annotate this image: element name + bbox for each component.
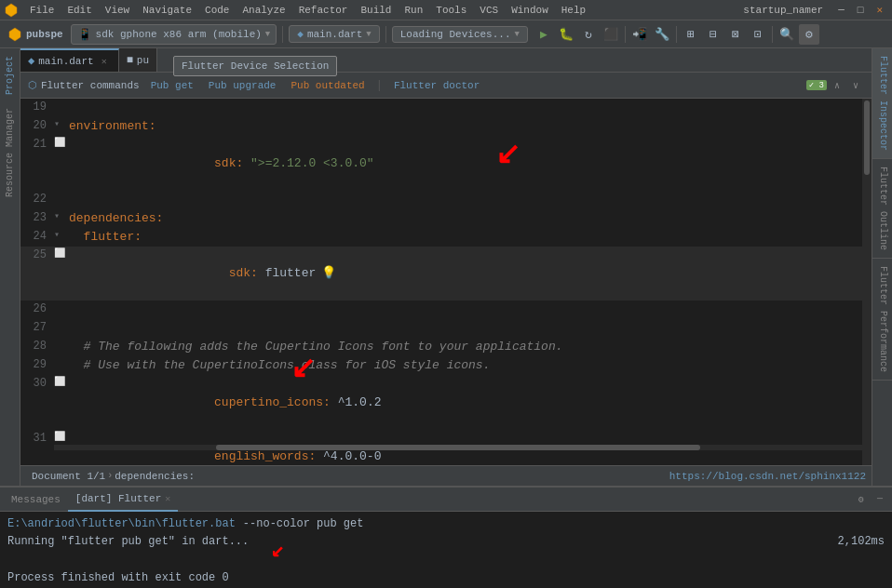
menu-build[interactable]: Build — [355, 0, 397, 20]
search-everywhere-button[interactable]: 🔍 — [777, 24, 797, 45]
flutter-attach-button[interactable]: 🔧 — [652, 24, 672, 45]
menu-file[interactable]: File — [24, 0, 60, 20]
tab-dart-flutter[interactable]: [dart] Flutter ✕ — [68, 488, 178, 512]
editor-tabs-row: ◆ main.dart ✕ ■ pu — [20, 48, 872, 73]
layout-button-4[interactable]: ⊡ — [748, 24, 768, 45]
maximize-button[interactable]: □ — [852, 0, 870, 20]
file-tab[interactable]: ◆ main.dart ▼ — [289, 25, 379, 43]
flutter-doctor-button[interactable]: Flutter doctor — [390, 78, 483, 93]
collapse-button[interactable]: ∨ — [847, 77, 864, 94]
device-icon: 📱 — [77, 27, 92, 42]
project-sidebar: Project Resource Manager — [0, 48, 20, 486]
fold-23[interactable]: ▾ — [54, 209, 65, 223]
svg-marker-0 — [6, 4, 17, 17]
menu-help[interactable]: Help — [556, 0, 591, 20]
fold-24[interactable]: ▾ — [54, 228, 65, 242]
device-selector[interactable]: 📱 sdk gphone x86 arm (mobile) ▼ — [71, 24, 277, 45]
status-document-text: Document 1/1 — [32, 471, 105, 482]
menu-window[interactable]: Window — [506, 0, 554, 20]
code-text-25: sdk: flutter💡 — [65, 247, 862, 301]
fold-20[interactable]: ▾ — [54, 117, 65, 131]
tab-main-dart-close[interactable]: ✕ — [98, 55, 111, 68]
device-tooltip-text: Flutter Device Selection — [182, 60, 329, 72]
pubspec-icon: ■ — [127, 54, 133, 67]
menu-run[interactable]: Run — [399, 0, 428, 20]
device-mirror-button[interactable]: 📲 — [629, 24, 650, 45]
line-num-21: 21 — [20, 136, 54, 153]
layout-button-1[interactable]: ⊞ — [681, 24, 701, 45]
layout-button-3[interactable]: ⊠ — [725, 24, 746, 45]
editor-scrollbar[interactable] — [862, 99, 872, 465]
status-bar: Document 1/1 › dependencies: https://blo… — [20, 465, 872, 486]
file-tab-icon: ◆ — [297, 28, 304, 40]
toolbar-logo: pubspe — [4, 27, 67, 42]
check-badge: ✓ 3 — [806, 80, 827, 90]
menu-analyze[interactable]: Analyze — [237, 0, 291, 20]
flutter-commands-title: ⬡ Flutter commands — [28, 79, 140, 91]
code-text-21: sdk: ">=2.12.0 <3.0.0" — [65, 136, 862, 191]
editor-tab-main-dart[interactable]: ◆ main.dart ✕ — [20, 48, 119, 72]
menu-refactor[interactable]: Refactor — [293, 0, 354, 20]
right-sidebars: Flutter Inspector Flutter Outline Flutte… — [872, 48, 892, 486]
bottom-line-3: Process finished with exit code 0 — [7, 569, 885, 587]
close-button[interactable]: ✕ — [871, 0, 888, 20]
layout-button-2[interactable]: ⊟ — [703, 24, 723, 45]
menu-navigate[interactable]: Navigate — [137, 0, 197, 20]
menu-edit[interactable]: Edit — [61, 0, 97, 20]
menu-view[interactable]: View — [100, 0, 135, 20]
debug-button[interactable]: 🐛 — [556, 24, 576, 45]
pub-outdated-button[interactable]: Pub outdated — [287, 78, 368, 93]
status-arrow-1: › — [107, 471, 113, 481]
loading-arrow: ▼ — [515, 30, 520, 39]
editor-tab-pubspec[interactable]: ■ pu — [119, 48, 157, 72]
toolbar-sep-4 — [676, 26, 677, 43]
bottom-line-2: Running "flutter pub get" in dart... ↙ 2… — [7, 533, 885, 568]
tab-dart-flutter-close[interactable]: ✕ — [165, 493, 170, 504]
toolbar-sep-2 — [385, 26, 386, 43]
reload-button[interactable]: ↻ — [578, 24, 599, 45]
flutter-commands-label: Flutter commands — [41, 80, 140, 91]
loading-devices-selector[interactable]: Loading Devices... ▼ — [392, 26, 528, 43]
toolbar: pubspe 📱 sdk gphone x86 arm (mobile) ▼ ◆… — [0, 20, 892, 48]
minimize-button[interactable]: ─ — [832, 0, 850, 20]
sidebar-project-label[interactable]: Project — [3, 52, 17, 99]
menu-vcs[interactable]: VCS — [474, 0, 504, 20]
code-line-26: 26 — [20, 301, 862, 319]
expand-button[interactable]: ∧ — [829, 77, 845, 94]
sidebar-flutter-outline[interactable]: Flutter Outline — [872, 159, 892, 259]
flutter-icon: ⬡ — [28, 79, 37, 91]
sidebar-flutter-inspector[interactable]: Flutter Inspector — [872, 48, 892, 159]
sidebar-resource-manager-label[interactable]: Resource Manager — [3, 104, 17, 201]
code-text-30: cupertino_icons: ^1.0.2 — [65, 375, 862, 430]
line-num-23: 23 — [20, 209, 54, 226]
code-line-30: 30 ⬜ cupertino_icons: ^1.0.2 — [20, 375, 862, 430]
settings-gear-button[interactable]: ⚙ — [853, 491, 870, 508]
pub-get-button[interactable]: Pub get — [147, 78, 197, 93]
settings-button[interactable]: ⚙ — [799, 24, 819, 45]
code-line-25: 25 ⬜ sdk: flutter💡 — [20, 247, 862, 301]
bottom-panel: Messages [dart] Flutter ✕ ⚙ ─ E:\andriod… — [0, 486, 892, 588]
status-document[interactable]: Document 1/1 › dependencies: — [26, 471, 200, 482]
pub-upgrade-button[interactable]: Pub upgrade — [205, 78, 280, 93]
device-label: sdk gphone x86 arm (mobile) — [96, 29, 262, 40]
tab-pubspec-label: pu — [137, 55, 149, 66]
running-text: Running "flutter pub get" in dart... — [7, 533, 249, 568]
tab-messages-label: Messages — [11, 494, 61, 505]
cmd-link[interactable]: E:\andriod\flutter\bin\flutter.bat — [7, 515, 236, 533]
code-editor-area: 19 20 ▾ environment: — [20, 99, 872, 465]
menu-code[interactable]: Code — [199, 0, 235, 20]
code-editor[interactable]: 19 20 ▾ environment: — [20, 99, 862, 465]
stop-button[interactable]: ⬛ — [601, 24, 621, 45]
menu-tools[interactable]: Tools — [430, 0, 472, 20]
code-line-19: 19 — [20, 99, 862, 117]
flutter-commands-bar: ⬡ Flutter commands Pub get Pub upgrade P… — [20, 73, 872, 99]
scrollbar-thumb[interactable] — [864, 100, 870, 175]
code-text-23: dependencies: — [65, 209, 862, 228]
hide-panel-button[interactable]: ─ — [872, 491, 888, 508]
toolbar-sep-3 — [625, 26, 626, 43]
status-link[interactable]: https://blog.csdn.net/sphinx1122 — [669, 471, 866, 482]
sidebar-flutter-performance[interactable]: Flutter Performance — [872, 259, 892, 381]
file-tab-label: main.dart — [307, 29, 362, 40]
tab-messages[interactable]: Messages — [4, 488, 68, 512]
run-button[interactable]: ▶ — [534, 24, 554, 45]
